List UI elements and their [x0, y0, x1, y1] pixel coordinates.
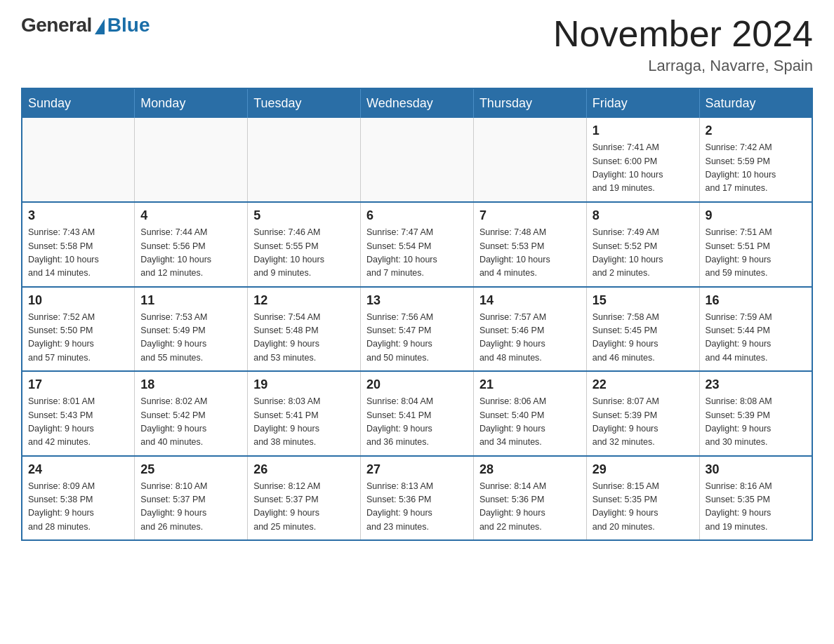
day-number: 17	[28, 377, 128, 392]
table-row: 26Sunrise: 8:12 AM Sunset: 5:37 PM Dayli…	[248, 456, 361, 541]
day-number: 3	[28, 208, 128, 223]
day-info: Sunrise: 7:53 AM Sunset: 5:49 PM Dayligh…	[140, 311, 241, 365]
table-row	[22, 118, 135, 202]
table-row: 1Sunrise: 7:41 AM Sunset: 6:00 PM Daylig…	[586, 118, 699, 202]
day-info: Sunrise: 8:13 AM Sunset: 5:36 PM Dayligh…	[366, 480, 468, 535]
day-info: Sunrise: 8:03 AM Sunset: 5:41 PM Dayligh…	[253, 395, 355, 450]
day-number: 12	[253, 293, 355, 308]
day-number: 10	[28, 293, 128, 308]
table-row: 15Sunrise: 7:58 AM Sunset: 5:45 PM Dayli…	[586, 287, 699, 372]
weekday-header-tuesday: Tuesday	[248, 88, 361, 118]
week-row-2: 3Sunrise: 7:43 AM Sunset: 5:58 PM Daylig…	[22, 202, 812, 287]
table-row: 14Sunrise: 7:57 AM Sunset: 5:46 PM Dayli…	[473, 287, 586, 372]
page-header: General Blue November 2024 Larraga, Nava…	[21, 14, 813, 75]
weekday-header-saturday: Saturday	[699, 88, 812, 118]
table-row: 24Sunrise: 8:09 AM Sunset: 5:38 PM Dayli…	[22, 456, 135, 541]
weekday-header-row: SundayMondayTuesdayWednesdayThursdayFrid…	[22, 88, 812, 118]
table-row: 12Sunrise: 7:54 AM Sunset: 5:48 PM Dayli…	[248, 287, 361, 372]
table-row: 17Sunrise: 8:01 AM Sunset: 5:43 PM Dayli…	[22, 371, 135, 456]
day-info: Sunrise: 7:44 AM Sunset: 5:56 PM Dayligh…	[140, 226, 241, 281]
table-row: 10Sunrise: 7:52 AM Sunset: 5:50 PM Dayli…	[22, 287, 135, 372]
day-number: 23	[706, 377, 806, 392]
day-info: Sunrise: 8:10 AM Sunset: 5:37 PM Dayligh…	[140, 480, 241, 535]
logo-general-text: General	[21, 14, 92, 36]
day-number: 5	[253, 208, 355, 223]
day-number: 13	[366, 293, 468, 308]
day-number: 2	[706, 123, 806, 138]
table-row: 25Sunrise: 8:10 AM Sunset: 5:37 PM Dayli…	[135, 456, 248, 541]
day-info: Sunrise: 8:06 AM Sunset: 5:40 PM Dayligh…	[479, 395, 581, 450]
day-info: Sunrise: 8:02 AM Sunset: 5:42 PM Dayligh…	[140, 395, 241, 450]
day-info: Sunrise: 7:46 AM Sunset: 5:55 PM Dayligh…	[253, 226, 355, 281]
day-number: 18	[140, 377, 241, 392]
table-row: 2Sunrise: 7:42 AM Sunset: 5:59 PM Daylig…	[699, 118, 812, 202]
day-info: Sunrise: 8:08 AM Sunset: 5:39 PM Dayligh…	[706, 395, 806, 450]
table-row: 11Sunrise: 7:53 AM Sunset: 5:49 PM Dayli…	[135, 287, 248, 372]
logo-triangle-icon	[95, 19, 105, 34]
day-number: 26	[253, 462, 355, 477]
table-row	[473, 118, 586, 202]
day-info: Sunrise: 7:56 AM Sunset: 5:47 PM Dayligh…	[366, 311, 468, 365]
table-row: 8Sunrise: 7:49 AM Sunset: 5:52 PM Daylig…	[586, 202, 699, 287]
table-row: 21Sunrise: 8:06 AM Sunset: 5:40 PM Dayli…	[473, 371, 586, 456]
weekday-header-monday: Monday	[135, 88, 248, 118]
day-number: 15	[593, 293, 694, 308]
calendar-table: SundayMondayTuesdayWednesdayThursdayFrid…	[21, 88, 813, 541]
calendar-header: SundayMondayTuesdayWednesdayThursdayFrid…	[22, 88, 812, 118]
table-row: 30Sunrise: 8:16 AM Sunset: 5:35 PM Dayli…	[699, 456, 812, 541]
day-info: Sunrise: 8:07 AM Sunset: 5:39 PM Dayligh…	[593, 395, 694, 450]
day-info: Sunrise: 8:14 AM Sunset: 5:36 PM Dayligh…	[479, 480, 581, 535]
day-info: Sunrise: 8:04 AM Sunset: 5:41 PM Dayligh…	[366, 395, 468, 450]
day-number: 20	[366, 377, 468, 392]
table-row: 28Sunrise: 8:14 AM Sunset: 5:36 PM Dayli…	[473, 456, 586, 541]
day-info: Sunrise: 7:43 AM Sunset: 5:58 PM Dayligh…	[28, 226, 128, 281]
week-row-1: 1Sunrise: 7:41 AM Sunset: 6:00 PM Daylig…	[22, 118, 812, 202]
day-info: Sunrise: 8:12 AM Sunset: 5:37 PM Dayligh…	[253, 480, 355, 535]
table-row	[135, 118, 248, 202]
title-section: November 2024 Larraga, Navarre, Spain	[553, 14, 813, 75]
day-info: Sunrise: 8:01 AM Sunset: 5:43 PM Dayligh…	[28, 395, 128, 450]
weekday-header-friday: Friday	[586, 88, 699, 118]
day-info: Sunrise: 7:48 AM Sunset: 5:53 PM Dayligh…	[479, 226, 581, 281]
day-number: 21	[479, 377, 581, 392]
day-info: Sunrise: 7:51 AM Sunset: 5:51 PM Dayligh…	[706, 226, 806, 281]
day-number: 30	[706, 462, 806, 477]
day-info: Sunrise: 7:47 AM Sunset: 5:54 PM Dayligh…	[366, 226, 468, 281]
day-info: Sunrise: 8:09 AM Sunset: 5:38 PM Dayligh…	[28, 480, 128, 535]
day-info: Sunrise: 7:42 AM Sunset: 5:59 PM Dayligh…	[706, 141, 806, 196]
day-number: 28	[479, 462, 581, 477]
day-number: 8	[593, 208, 694, 223]
day-info: Sunrise: 8:16 AM Sunset: 5:35 PM Dayligh…	[706, 480, 806, 535]
day-info: Sunrise: 7:57 AM Sunset: 5:46 PM Dayligh…	[479, 311, 581, 365]
day-number: 25	[140, 462, 241, 477]
day-info: Sunrise: 8:15 AM Sunset: 5:35 PM Dayligh…	[593, 480, 694, 535]
table-row: 13Sunrise: 7:56 AM Sunset: 5:47 PM Dayli…	[361, 287, 474, 372]
table-row: 23Sunrise: 8:08 AM Sunset: 5:39 PM Dayli…	[699, 371, 812, 456]
location-subtitle: Larraga, Navarre, Spain	[553, 57, 813, 75]
day-info: Sunrise: 7:58 AM Sunset: 5:45 PM Dayligh…	[593, 311, 694, 365]
day-number: 27	[366, 462, 468, 477]
day-info: Sunrise: 7:59 AM Sunset: 5:44 PM Dayligh…	[706, 311, 806, 365]
day-info: Sunrise: 7:49 AM Sunset: 5:52 PM Dayligh…	[593, 226, 694, 281]
week-row-5: 24Sunrise: 8:09 AM Sunset: 5:38 PM Dayli…	[22, 456, 812, 541]
day-number: 11	[140, 293, 241, 308]
table-row	[248, 118, 361, 202]
calendar-body: 1Sunrise: 7:41 AM Sunset: 6:00 PM Daylig…	[22, 118, 812, 540]
weekday-header-thursday: Thursday	[473, 88, 586, 118]
month-title: November 2024	[553, 14, 813, 54]
table-row: 7Sunrise: 7:48 AM Sunset: 5:53 PM Daylig…	[473, 202, 586, 287]
table-row: 18Sunrise: 8:02 AM Sunset: 5:42 PM Dayli…	[135, 371, 248, 456]
logo: General Blue	[21, 14, 150, 36]
day-number: 19	[253, 377, 355, 392]
table-row	[361, 118, 474, 202]
day-number: 6	[366, 208, 468, 223]
table-row: 16Sunrise: 7:59 AM Sunset: 5:44 PM Dayli…	[699, 287, 812, 372]
table-row: 5Sunrise: 7:46 AM Sunset: 5:55 PM Daylig…	[248, 202, 361, 287]
table-row: 20Sunrise: 8:04 AM Sunset: 5:41 PM Dayli…	[361, 371, 474, 456]
week-row-4: 17Sunrise: 8:01 AM Sunset: 5:43 PM Dayli…	[22, 371, 812, 456]
table-row: 6Sunrise: 7:47 AM Sunset: 5:54 PM Daylig…	[361, 202, 474, 287]
table-row: 3Sunrise: 7:43 AM Sunset: 5:58 PM Daylig…	[22, 202, 135, 287]
table-row: 29Sunrise: 8:15 AM Sunset: 5:35 PM Dayli…	[586, 456, 699, 541]
logo-blue-text: Blue	[107, 14, 150, 36]
day-number: 1	[593, 123, 694, 138]
